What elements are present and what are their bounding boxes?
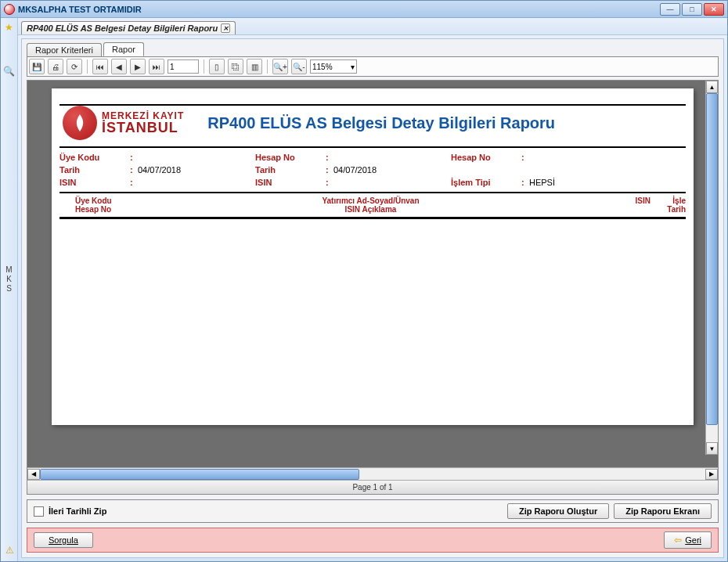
geri-label: Geri — [685, 535, 701, 545]
report-toolbar: 💾 🖨 ⟳ ⏮ ◀ ▶ ⏭ ▯ ⿻ ▥ 🔍+ 🔍- — [27, 56, 719, 77]
scroll-left-icon[interactable]: ◀ — [27, 469, 40, 480]
logo-block: MERKEZİ KAYIT İSTANBUL — [63, 106, 184, 140]
main-window: MKSALPHA TEST ORTAMIDIR — □ ✕ ★ 🔍 MKS ⚠ … — [0, 0, 728, 562]
facing-page-icon[interactable]: ▥ — [247, 59, 262, 74]
report-scroll-area[interactable]: MERKEZİ KAYIT İSTANBUL RP400 ELÜS AS Bel… — [27, 81, 718, 467]
report-title: RP400 ELÜS AS Belgesi Detay Bilgileri Ra… — [184, 114, 683, 132]
document-tab-strip: RP400 ELÜS AS Belgesi Detay Bilgileri Ra… — [18, 18, 727, 35]
main-area: ★ 🔍 MKS ⚠ RP400 ELÜS AS Belgesi Detay Bi… — [1, 18, 727, 561]
app-icon — [4, 4, 15, 15]
maximize-button[interactable]: □ — [682, 3, 702, 16]
zip-raporu-olustur-button[interactable]: Zip Raporu Oluştur — [507, 503, 609, 519]
scroll-down-icon[interactable]: ▼ — [706, 442, 718, 455]
geri-button[interactable]: ⇦ Geri — [664, 531, 712, 549]
v-scroll-thumb[interactable] — [706, 93, 718, 425]
document-tab-close-icon[interactable]: ✕ — [221, 23, 230, 33]
single-page-icon[interactable]: ▯ — [209, 59, 225, 74]
titlebar: MKSALPHA TEST ORTAMIDIR — □ ✕ — [1, 1, 727, 18]
prev-page-icon[interactable]: ◀ — [111, 59, 127, 74]
chevron-down-icon: ▾ — [351, 63, 355, 71]
zoom-value: 115% — [312, 63, 333, 71]
criteria-label-uye-kodu: Üye Kodu — [59, 153, 130, 162]
criteria-label-hesap-no-1: Hesap No — [255, 153, 326, 162]
refresh-icon[interactable]: ⟳ — [67, 59, 82, 74]
separator — [267, 59, 268, 74]
criteria-value-islem-tipi: HEPSİ — [529, 178, 607, 187]
criteria-label-tarih-2: Tarih — [255, 165, 326, 175]
minimize-button[interactable]: — — [660, 3, 680, 16]
separator — [87, 59, 88, 74]
inner-tabs: Rapor Kriterleri Rapor — [22, 39, 723, 56]
report-criteria: Üye Kodu : Hesap No : Hesap No : Tarih — [59, 146, 686, 193]
report-header: MERKEZİ KAYIT İSTANBUL RP400 ELÜS AS Bel… — [59, 104, 686, 146]
logo-icon — [63, 106, 97, 140]
criteria-value-isin-2 — [333, 178, 451, 187]
logo-line2: İSTANBUL — [102, 121, 184, 135]
zoom-select[interactable]: 115% ▾ — [310, 59, 357, 74]
zoom-in-icon[interactable]: 🔍+ — [272, 59, 288, 74]
criteria-label-isin-2: ISIN — [255, 178, 326, 187]
sorgula-button[interactable]: Sorgula — [34, 532, 93, 548]
save-icon[interactable]: 💾 — [29, 59, 45, 74]
ileri-tarihli-zip-checkbox[interactable] — [34, 506, 44, 517]
h-scroll-thumb[interactable] — [40, 469, 359, 480]
report-page: MERKEZİ KAYIT İSTANBUL RP400 ELÜS AS Bel… — [52, 88, 694, 425]
horizontal-scrollbar[interactable]: ◀ ▶ — [27, 467, 718, 480]
vertical-scrollbar[interactable]: ▲ ▼ — [705, 81, 718, 455]
page-number-input[interactable] — [168, 59, 199, 74]
criteria-label-islem-tipi: İşlem Tipi — [451, 178, 521, 187]
print-icon[interactable]: 🖨 — [48, 59, 63, 74]
criteria-value-uye-kodu — [138, 153, 255, 162]
last-page-icon[interactable]: ⏭ — [149, 59, 164, 74]
window-buttons: — □ ✕ — [660, 3, 724, 16]
left-sidebar: ★ 🔍 MKS — [1, 18, 18, 561]
zip-raporu-ekrani-button[interactable]: Zip Raporu Ekranı — [614, 503, 712, 519]
arrow-back-icon: ⇦ — [674, 535, 682, 546]
criteria-label-isin-1: ISIN — [59, 178, 130, 187]
window-title: MKSALPHA TEST ORTAMIDIR — [18, 5, 660, 14]
mks-label: MKS — [5, 265, 12, 294]
separator — [204, 59, 204, 74]
search-icon[interactable]: 🔍 — [3, 65, 16, 77]
logo-text: MERKEZİ KAYIT İSTANBUL — [102, 111, 184, 135]
zip-panel: İleri Tarihli Zip Zip Raporu Oluştur Zip… — [27, 499, 719, 523]
criteria-value-hesap-no-2 — [529, 153, 607, 162]
report-viewer: MERKEZİ KAYIT İSTANBUL RP400 ELÜS AS Bel… — [27, 80, 719, 495]
criteria-value-tarih-2: 04/07/2018 — [333, 165, 451, 175]
favorite-icon[interactable]: ★ — [3, 21, 16, 34]
col-uye-kodu: Üye Kodu — [59, 196, 138, 205]
next-page-icon[interactable]: ▶ — [130, 59, 146, 74]
criteria-label-tarih-1: Tarih — [59, 165, 130, 175]
col-yatirimci: Yatırımcı Ad-Soyad/Ünvan — [138, 196, 604, 205]
ileri-tarihli-zip-label: İleri Tarihli Zip — [49, 506, 503, 516]
content-area: RP400 ELÜS AS Belgesi Detay Bilgileri Ra… — [18, 18, 727, 561]
col-isin-aciklama: ISIN Açıklama — [138, 205, 604, 214]
col-hesap-no: Hesap No — [59, 205, 138, 214]
criteria-value-tarih-1: 04/07/2018 — [138, 165, 255, 175]
document-tab-label: RP400 ELÜS AS Belgesi Detay Bilgileri Ra… — [27, 23, 218, 33]
table-header: Üye Kodu Yatırımcı Ad-Soyad/Ünvan ISIN İ… — [59, 193, 686, 219]
inner-panel: Rapor Kriterleri Rapor 💾 🖨 ⟳ ⏮ ◀ ▶ ⏭ ▯ ⿻ — [21, 38, 724, 558]
bottom-panel: Sorgula ⇦ Geri — [27, 528, 719, 553]
criteria-value-hesap-no-1 — [333, 153, 451, 162]
criteria-value-isin-1 — [138, 178, 255, 187]
scroll-up-icon[interactable]: ▲ — [706, 81, 718, 93]
col-isin: ISIN — [604, 196, 651, 205]
first-page-icon[interactable]: ⏮ — [92, 59, 108, 74]
document-tab[interactable]: RP400 ELÜS AS Belgesi Detay Bilgileri Ra… — [21, 21, 236, 34]
tab-rapor-kriterleri[interactable]: Rapor Kriterleri — [27, 43, 102, 56]
scroll-right-icon[interactable]: ▶ — [705, 469, 718, 480]
close-button[interactable]: ✕ — [704, 3, 724, 16]
page-indicator: Page 1 of 1 — [27, 480, 718, 494]
continuous-page-icon[interactable]: ⿻ — [228, 59, 243, 74]
col-islem: İşle — [651, 196, 686, 205]
col-tarih: Tarih — [604, 205, 686, 214]
zoom-out-icon[interactable]: 🔍- — [291, 59, 307, 74]
criteria-label-hesap-no-2: Hesap No — [451, 153, 521, 162]
warning-icon[interactable]: ⚠ — [3, 544, 16, 557]
tab-rapor[interactable]: Rapor — [103, 42, 144, 56]
